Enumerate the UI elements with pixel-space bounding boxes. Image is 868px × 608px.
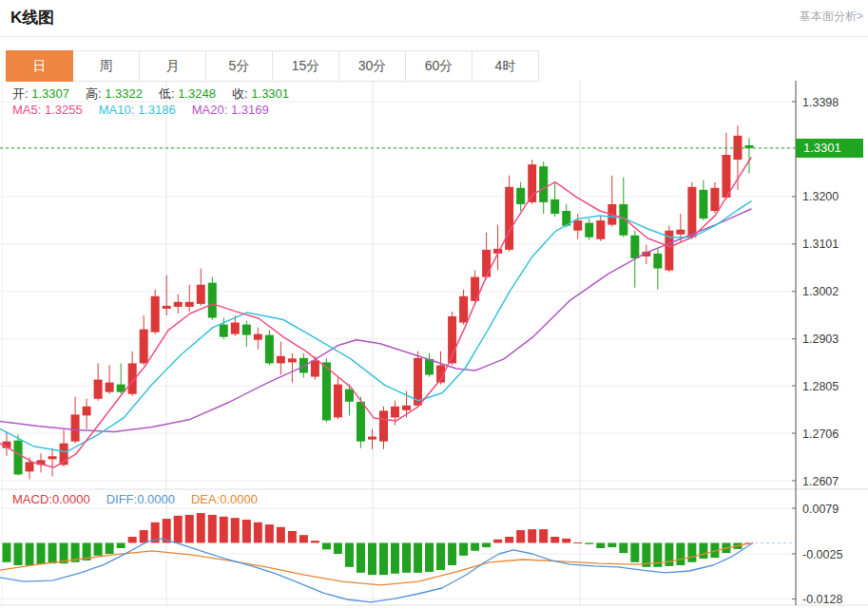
candle-body: [322, 362, 331, 420]
macd-bar: [334, 542, 342, 554]
macd-bar: [699, 542, 707, 559]
tab-timeframe-1[interactable]: 周: [72, 50, 140, 82]
macd-bar: [550, 537, 559, 542]
candle-body: [630, 236, 639, 258]
fundamental-analysis-link[interactable]: 基本面分析>: [800, 9, 863, 25]
candle-body: [505, 187, 513, 250]
macd-bar: [231, 518, 240, 542]
macd-bar: [425, 542, 434, 571]
candle-body: [242, 325, 251, 335]
macd-bar: [493, 540, 502, 543]
tab-timeframe-0[interactable]: 日: [6, 50, 73, 82]
candle-body: [48, 456, 57, 459]
kline-app: K线图 基本面分析> 日周月5分15分30分60分4时 1.33981.3200…: [0, 0, 868, 608]
candle-body: [71, 414, 80, 441]
candle-body: [345, 390, 354, 402]
page-title: K线图: [10, 7, 54, 28]
macd-bar: [220, 517, 228, 543]
macd-bar: [573, 542, 582, 543]
page-header: K线图 基本面分析>: [0, 0, 868, 37]
macd-bar: [596, 542, 605, 548]
macd-bar: [368, 542, 376, 575]
candle-body: [596, 220, 605, 239]
candle-body: [676, 230, 685, 235]
candle-body: [539, 166, 548, 202]
tab-timeframe-3[interactable]: 5分: [205, 50, 273, 82]
y-axis-tick-label: 1.3101: [802, 238, 839, 251]
candle-body: [231, 323, 240, 334]
macd-bar: [37, 542, 46, 564]
macd-bar: [379, 542, 388, 575]
candle-body: [26, 462, 34, 471]
macd-bar: [539, 529, 548, 542]
candle-body: [254, 334, 262, 340]
macd-bar: [3, 542, 11, 561]
macd-bar: [254, 522, 262, 543]
y-axis-tick-label: 1.2706: [802, 428, 839, 441]
y-axis-tick-label: 1.3398: [802, 96, 839, 109]
macd-bar: [94, 542, 103, 555]
candle-body: [722, 155, 730, 198]
candle-body: [357, 402, 365, 442]
timeframe-tab-bar: 日周月5分15分30分60分4时: [7, 50, 539, 82]
candle-body: [573, 220, 582, 231]
y-axis-tick-label: 1.2903: [802, 332, 839, 346]
macd-bar: [357, 542, 365, 572]
chart-area[interactable]: 1.33981.32001.31011.30021.29031.28051.27…: [0, 81, 868, 608]
candle-body: [208, 283, 217, 318]
candlesticks: [3, 125, 754, 479]
candle-body: [140, 330, 148, 364]
candle-body: [368, 437, 376, 440]
tab-timeframe-7[interactable]: 4时: [472, 50, 539, 82]
candle-body: [174, 302, 183, 307]
macd-bar: [288, 531, 297, 542]
macd-bar: [242, 520, 251, 542]
macd-bar: [391, 542, 399, 573]
macd-bar: [185, 515, 194, 543]
kline-chart-canvas[interactable]: 1.33981.32001.31011.30021.29031.28051.27…: [0, 81, 868, 608]
macd-bar: [528, 529, 536, 542]
candle-body: [185, 302, 194, 307]
macd-bar: [140, 530, 148, 542]
macd-bar: [448, 542, 456, 565]
tab-timeframe-6[interactable]: 60分: [405, 50, 473, 82]
macd-bar: [687, 542, 696, 561]
macd-bar: [197, 513, 205, 542]
candle-body: [733, 136, 742, 160]
macd-bar: [630, 542, 639, 561]
macd-bar: [414, 542, 422, 572]
candle-body: [220, 325, 228, 337]
candle-body: [710, 188, 719, 211]
candle-body: [163, 306, 171, 309]
macd-bar: [208, 515, 217, 543]
tab-timeframe-2[interactable]: 月: [139, 50, 206, 82]
candle-body: [528, 164, 536, 202]
macd-bar: [608, 542, 616, 547]
candle-body: [197, 285, 205, 304]
y-axis-tick-label: -0.0025: [802, 548, 842, 561]
candle-body: [482, 250, 491, 277]
candle-body: [585, 223, 593, 238]
tab-timeframe-4[interactable]: 15分: [272, 50, 339, 82]
candle-body: [94, 380, 103, 399]
macd-bar: [299, 535, 308, 542]
candle-body: [334, 385, 342, 418]
candle-body: [151, 296, 160, 332]
macd-bar: [174, 516, 183, 543]
candle-body: [14, 441, 23, 475]
candle-body: [311, 360, 319, 376]
macd-bar: [106, 542, 114, 554]
y-axis-tick-label: 1.2607: [802, 475, 839, 488]
macd-bar: [402, 542, 411, 572]
macd-bar: [322, 542, 331, 549]
macd-bar: [345, 542, 354, 566]
y-axis-tick-label: 1.3200: [802, 190, 839, 203]
macd-bar: [265, 524, 274, 542]
candle-body: [83, 407, 91, 416]
y-axis-tick-label: 1.3002: [802, 285, 839, 298]
macd-bar: [128, 537, 137, 542]
macd-bar: [14, 542, 23, 565]
tab-timeframe-5[interactable]: 30分: [338, 50, 406, 82]
current-price-marker-label: 1.3301: [803, 141, 841, 155]
candle-body: [402, 406, 411, 410]
